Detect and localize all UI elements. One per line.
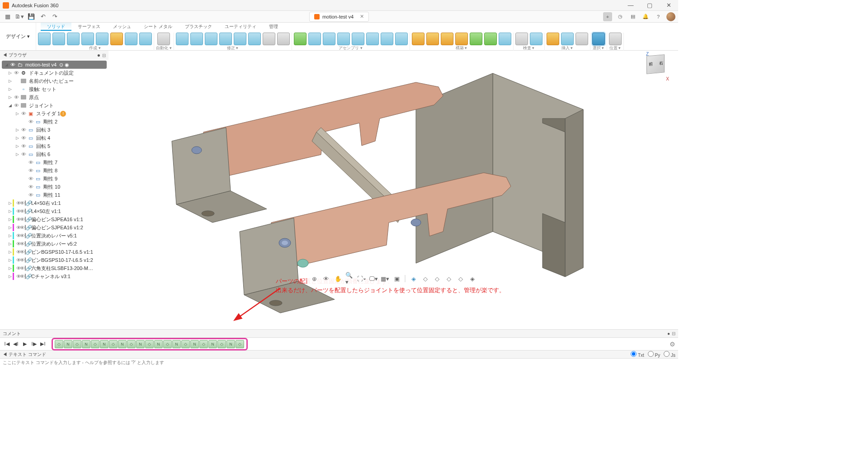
timeline-step[interactable]: N — [226, 340, 235, 348]
tree-row[interactable]: ▷👁👁 🔗偏心ピンSJPEA16 v1:1 — [0, 215, 108, 223]
chamfer-icon[interactable] — [205, 33, 217, 45]
visibility-icon[interactable]: 👁 — [20, 143, 27, 149]
new-tab-button[interactable]: + — [603, 12, 612, 21]
file-icon[interactable]: 🗎▾ — [14, 12, 24, 22]
expand-icon[interactable]: ▷ — [7, 233, 13, 238]
expand-icon[interactable]: ▷ — [7, 201, 13, 205]
rigid-icon[interactable] — [352, 33, 364, 45]
ribbon-tab-utility[interactable]: ユーティリティ — [218, 23, 263, 31]
component-icon[interactable] — [294, 33, 307, 45]
close-button[interactable]: ✕ — [662, 2, 675, 9]
ribbon-tab-plastic[interactable]: プラスチック — [179, 23, 218, 31]
insert-dwg-icon[interactable] — [547, 33, 559, 45]
measure-icon[interactable] — [515, 33, 528, 45]
comment-close-icon[interactable]: ⊟ — [672, 331, 675, 336]
tree-row[interactable]: ▷👁👁 🔗L4×50右 v1:1 — [0, 199, 108, 207]
visibility-icon[interactable]: 👁 — [27, 192, 34, 198]
move-icon[interactable] — [263, 33, 275, 45]
shell-icon[interactable] — [219, 33, 232, 45]
plane4-icon[interactable] — [484, 33, 497, 45]
joint-origin-icon[interactable] — [337, 33, 350, 45]
fillet-icon[interactable] — [190, 33, 203, 45]
apps-icon[interactable]: ▦ — [3, 12, 13, 22]
visibility-icon[interactable]: 👁 — [20, 152, 27, 157]
align-icon[interactable] — [277, 33, 290, 45]
tree-row[interactable]: ▷👁▭回転 3 — [0, 126, 108, 134]
expand-icon[interactable]: ▷ — [7, 274, 13, 279]
ribbon-tab-mesh[interactable]: メッシュ — [107, 23, 137, 31]
pressppull-icon[interactable] — [176, 33, 189, 45]
visibility-icon[interactable]: 👁 — [27, 119, 34, 124]
play-icon[interactable]: ▶ — [21, 340, 29, 348]
user-avatar[interactable] — [666, 12, 675, 21]
tree-row[interactable]: 👁▭剛性 2 — [0, 118, 108, 126]
cube6-icon[interactable]: ◈ — [468, 274, 477, 283]
expand-icon[interactable]: ▷ — [7, 71, 13, 75]
notifications-icon[interactable]: 🔔 — [641, 12, 650, 21]
visibility-icon[interactable]: 👁 — [13, 95, 20, 100]
browser-header[interactable]: ◀ ブラウザ ● ⊟ — [0, 51, 108, 60]
ribbon-tab-manage[interactable]: 管理 — [263, 23, 284, 31]
help-icon[interactable]: ? — [654, 12, 663, 21]
tree-root[interactable]: ◢ 👁 🗀 motion-test v4 ⊙ ◉ — [2, 61, 107, 69]
visibility-icon[interactable]: 👁 — [9, 62, 16, 67]
tree-row[interactable]: 👁▭剛性 10 — [0, 183, 108, 191]
expand-icon[interactable]: ▷ — [14, 128, 20, 132]
expand-icon[interactable]: ▷ — [7, 79, 13, 83]
timeline-step[interactable]: N — [64, 340, 72, 348]
hole-icon[interactable] — [125, 33, 137, 45]
cube3-icon[interactable]: ◇ — [433, 274, 442, 283]
timeline-step[interactable]: N — [136, 340, 145, 348]
timeline-step[interactable]: N — [118, 340, 127, 348]
tree-row[interactable]: ▷👁👁 🔗L4×50左 v1:1 — [0, 207, 108, 215]
last-icon[interactable]: ▶I — [39, 340, 47, 348]
cube2-icon[interactable]: ◇ — [421, 274, 430, 283]
tree-row[interactable]: ▷👁👁 🔗位置決めレバー v5:1 — [0, 232, 108, 240]
plane5-icon[interactable] — [499, 33, 511, 45]
visibility-icon[interactable]: 👁 — [13, 70, 20, 76]
radio-icon[interactable]: ⊙ ◉ — [59, 62, 69, 68]
timeline-step[interactable]: ◇ — [91, 340, 99, 348]
text-command-input[interactable] — [0, 358, 678, 366]
sweep-icon[interactable] — [81, 33, 94, 45]
timeline-step[interactable]: ◇ — [55, 340, 63, 348]
scale-icon[interactable] — [248, 33, 261, 45]
expand-icon[interactable]: ▷ — [14, 111, 20, 116]
extensions-icon[interactable]: ◷ — [616, 12, 625, 21]
select-icon[interactable] — [592, 33, 605, 45]
timeline-settings-icon[interactable]: ⚙ — [670, 341, 675, 348]
loft-icon[interactable] — [96, 33, 108, 45]
tangent-icon[interactable] — [366, 33, 379, 45]
cube4-icon[interactable]: ◇ — [444, 274, 453, 283]
expand-icon[interactable]: ▷ — [14, 144, 20, 148]
tree-row[interactable]: ▷▫接触: セット — [0, 85, 108, 93]
grid-icon[interactable]: ▦▾ — [381, 274, 390, 283]
mode-py[interactable]: Py — [648, 351, 660, 358]
expand-icon[interactable]: ▷ — [14, 152, 20, 156]
tree-row[interactable]: ▷👁👁 🔗ピンBGSPS10-17-L6.5 v1:2 — [0, 256, 108, 264]
expand-icon[interactable]: ▷ — [7, 87, 13, 91]
ribbon-tab-sheetmetal[interactable]: シート メタル — [137, 23, 179, 31]
viewcube[interactable]: Z 前 右 X — [646, 55, 669, 78]
visibility-icon[interactable]: 👁 — [27, 160, 34, 165]
undo-icon[interactable]: ↶ — [38, 12, 48, 22]
timeline-step[interactable]: ◇ — [199, 340, 208, 348]
visibility-icon[interactable]: 👁 — [27, 176, 34, 181]
cube5-icon[interactable]: ◇ — [456, 274, 465, 283]
first-icon[interactable]: I◀ — [3, 340, 11, 348]
tree-row[interactable]: ▷👁👁 🔗位置決めレバー v5:2 — [0, 240, 108, 248]
browser-toggle-icon[interactable]: ● — [97, 52, 100, 58]
timeline-step[interactable]: ◇ — [73, 340, 81, 348]
pan-icon[interactable]: ✋ — [334, 274, 343, 283]
automate-icon[interactable] — [157, 33, 170, 45]
display-icon[interactable]: 🖵▾ — [369, 274, 378, 283]
tree-row[interactable]: ▷👁原点 — [0, 93, 108, 101]
expand-icon[interactable]: ▷ — [7, 242, 13, 246]
tree-row[interactable]: ▷👁👁 🔗Cチャンネル v3:1 — [0, 272, 108, 280]
document-tab[interactable]: motion-test v4 ✕ — [309, 12, 369, 22]
ribbon-tab-surface[interactable]: サーフェス — [71, 23, 107, 31]
expand-icon[interactable]: ▷ — [7, 250, 13, 254]
save-icon[interactable]: 💾 — [26, 12, 36, 22]
redo-icon[interactable]: ↷ — [50, 12, 60, 22]
timeline-step[interactable]: ◇ — [181, 340, 190, 348]
